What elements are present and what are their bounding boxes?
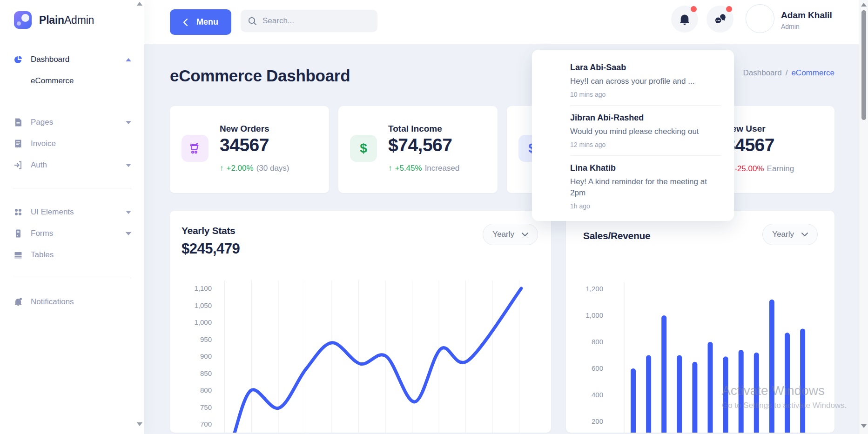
user-menu[interactable]: Adam Khalil Admin [781,10,832,30]
brand-logo[interactable]: PlainAdmin [14,11,94,29]
scroll-up-icon[interactable] [861,3,867,7]
sidebar-item-label: Auth [31,160,47,170]
sidebar-item-forms[interactable]: Forms [13,223,131,244]
card-delta-note: Earning [767,164,794,174]
sales-revenue-panel: Sales/Revenue Yearly 2004006008001,0001,… [566,211,834,433]
panel-value: $245,479 [182,240,240,257]
notification-item[interactable]: Jibran Abi-Rashed Would you mind please … [570,106,721,156]
bar [646,355,651,433]
sidebar-scroll-down-icon[interactable] [137,422,142,426]
sidebar-item-label: Notifications [31,297,74,307]
message-badge-dot [726,6,732,12]
search-input[interactable] [262,16,370,26]
svg-text:850: 850 [200,369,212,377]
notification-time: 12 mins ago [570,141,721,148]
breadcrumb-current[interactable]: eCommerce [791,68,834,77]
notification-message: Hey!I can across your profile and ... [570,76,721,87]
invoice-icon [13,139,23,149]
sidebar-item-notifications[interactable]: Notifications [13,291,131,313]
page-icon [13,117,23,127]
card-delta: ↑ +5.45% Increased [388,164,459,173]
table-icon [13,250,23,260]
card-delta: ↑ +2.00% (30 days) [220,164,289,173]
notification-sender: Jibran Abi-Rashed [570,112,721,123]
sidebar-item-label: Tables [31,250,54,260]
svg-text:1,000: 1,000 [194,318,212,326]
sidebar-divider [13,278,131,278]
card-value: 34567 [220,135,269,155]
top-header: Menu Adam Khalil Admin [144,0,859,44]
svg-text:200: 200 [592,417,603,425]
sidebar-item-label: Forms [31,229,53,238]
breadcrumb: Dashboard/eCommerce [743,68,835,78]
filter-label: Yearly [772,230,794,239]
user-role: Admin [781,23,832,30]
grid-dots-icon [13,207,23,217]
card-title: Total Income [388,124,442,134]
sidebar-item-pages[interactable]: Pages [13,112,131,133]
chevron-down-icon [801,233,808,237]
menu-button[interactable]: Menu [170,9,231,35]
notification-sender: Lara Abi-Saab [570,62,721,73]
notifications-button[interactable] [671,6,698,33]
svg-text:700: 700 [200,420,212,428]
brand-name: PlainAdmin [39,14,94,27]
sidebar-item-dashboard[interactable]: Dashboard [13,49,131,70]
notification-item[interactable]: Lina Khatib Hey! A kind reminder for the… [570,156,721,217]
sales-revenue-bar-chart: 2004006008001,0001,200 [566,273,834,433]
sidebar-item-label: Dashboard [31,55,69,64]
svg-text:400: 400 [592,391,603,399]
bar [739,350,744,433]
filter-label: Yearly [492,230,514,239]
card-delta-value: +5.45% [395,164,422,173]
messages-button[interactable] [707,6,733,33]
plainadmin-logo-icon [14,11,32,29]
pie-chart-icon [13,54,23,65]
scroll-down-icon[interactable] [861,424,867,428]
yearly-filter-select[interactable]: Yearly [762,224,818,245]
page-title: eCommerce Dashboard [170,67,350,85]
form-icon [13,228,23,239]
vertical-scrollbar[interactable] [859,0,868,434]
trend-up-icon: ↑ [220,164,224,173]
yearly-stats-line-chart: 7007508008509009501,0001,0501,100 [170,273,551,433]
sidebar-item-tables[interactable]: Tables [13,244,131,266]
card-value: $74,567 [388,135,452,155]
card-delta: ↘ -25.00% Earning [725,164,794,174]
sidebar-item-ui-elements[interactable]: UI Elements [13,201,131,223]
bar [769,300,774,433]
breadcrumb-parent[interactable]: Dashboard [743,68,782,77]
bar [800,329,805,433]
main-content: eCommerce Dashboard Dashboard/eCommerce … [144,44,859,434]
bell-dot-icon [13,297,23,307]
chevron-up-icon [126,58,131,61]
sidebar-item-ecommerce[interactable]: eCommerce [13,70,131,92]
search-box [241,10,377,32]
sidebar-scroll-up-icon[interactable] [137,2,142,6]
chevron-left-icon [183,18,188,27]
user-avatar[interactable] [746,4,774,33]
panel-title: Sales/Revenue [583,230,650,241]
notification-item[interactable]: Lara Abi-Saab Hey!I can across your prof… [570,55,721,106]
svg-text:800: 800 [592,338,603,346]
sidebar-item-label: Pages [31,118,53,127]
notification-sender: Lina Khatib [570,162,721,174]
svg-text:750: 750 [200,403,212,411]
sidebar-item-label: UI Elements [31,207,74,217]
notification-message: Would you mind please checking out [570,126,721,137]
notification-time: 1h ago [570,202,721,210]
bar [631,368,636,433]
user-name: Adam Khalil [781,10,832,20]
yearly-filter-select[interactable]: Yearly [483,224,538,245]
card-new-orders: New Orders 34567 ↑ +2.00% (30 days) [170,106,329,193]
sidebar-item-auth[interactable]: Auth [13,154,131,176]
sidebar-item-invoice[interactable]: Invoice [13,133,131,154]
card-delta-value: -25.00% [734,164,764,174]
svg-text:1,100: 1,100 [194,284,212,292]
sign-in-icon [13,160,23,170]
chevron-down-icon [126,164,131,167]
sidebar-item-label: Invoice [31,139,56,148]
scrollbar-thumb[interactable] [861,10,866,120]
trend-up-icon: ↑ [388,164,392,173]
bar [677,355,682,433]
